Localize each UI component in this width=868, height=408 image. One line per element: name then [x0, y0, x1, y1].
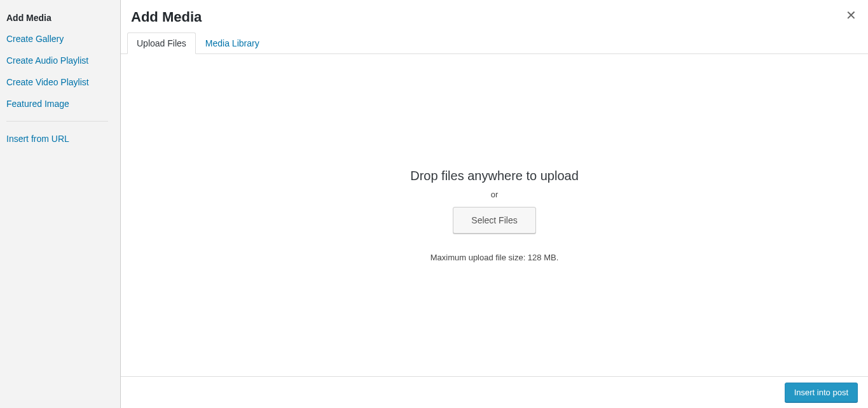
close-icon[interactable]: ✕ [843, 6, 859, 24]
or-label: or [491, 190, 499, 199]
media-tabs: Upload Files Media Library [121, 32, 868, 54]
media-header: Add Media ✕ [121, 0, 868, 25]
sidebar-divider [6, 121, 108, 122]
max-upload-size: Maximum upload file size: 128 MB. [431, 253, 559, 262]
page-title: Add Media [131, 9, 858, 25]
media-main: Add Media ✕ Upload Files Media Library D… [121, 0, 868, 408]
tab-upload-files[interactable]: Upload Files [127, 32, 196, 54]
tab-media-library[interactable]: Media Library [196, 32, 269, 54]
media-sidebar: Add Media Create Gallery Create Audio Pl… [0, 0, 121, 408]
drop-instructions: Drop files anywhere to upload [410, 169, 579, 183]
sidebar-item-create-gallery[interactable]: Create Gallery [6, 28, 114, 50]
sidebar-item-create-video-playlist[interactable]: Create Video Playlist [6, 71, 114, 93]
select-files-button[interactable]: Select Files [453, 207, 535, 234]
sidebar-item-create-audio-playlist[interactable]: Create Audio Playlist [6, 50, 114, 71]
insert-into-post-button[interactable]: Insert into post [785, 383, 858, 402]
media-modal: Add Media Create Gallery Create Audio Pl… [0, 0, 868, 408]
upload-dropzone[interactable]: Drop files anywhere to upload or Select … [121, 54, 868, 376]
sidebar-item-add-media[interactable]: Add Media [6, 10, 114, 28]
sidebar-item-insert-from-url[interactable]: Insert from URL [6, 128, 114, 150]
media-footer: Insert into post [121, 376, 868, 408]
sidebar-item-featured-image[interactable]: Featured Image [6, 93, 114, 115]
